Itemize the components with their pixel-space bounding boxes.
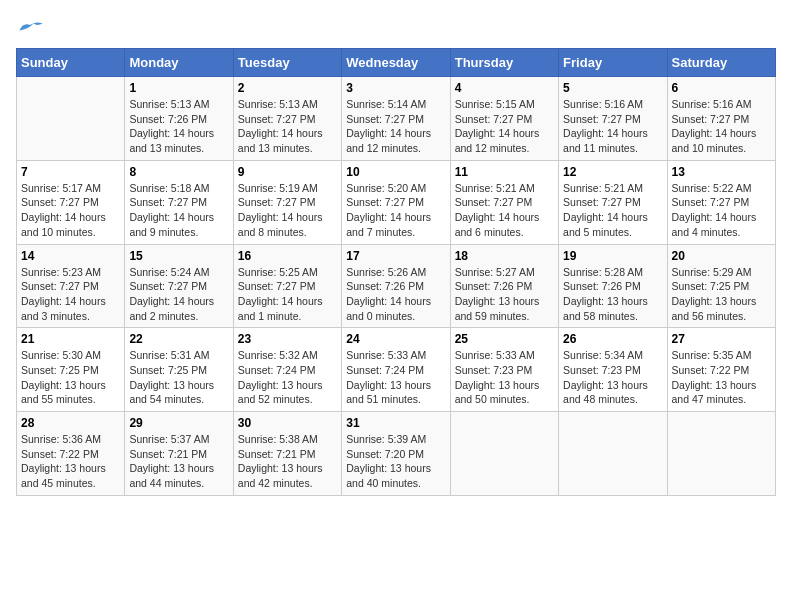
day-info: Sunrise: 5:26 AM Sunset: 7:26 PM Dayligh… [346, 265, 445, 324]
day-info: Sunrise: 5:24 AM Sunset: 7:27 PM Dayligh… [129, 265, 228, 324]
day-info: Sunrise: 5:27 AM Sunset: 7:26 PM Dayligh… [455, 265, 554, 324]
calendar-table: SundayMondayTuesdayWednesdayThursdayFrid… [16, 48, 776, 496]
day-number: 21 [21, 332, 120, 346]
week-row-3: 14Sunrise: 5:23 AM Sunset: 7:27 PM Dayli… [17, 244, 776, 328]
calendar-cell: 15Sunrise: 5:24 AM Sunset: 7:27 PM Dayli… [125, 244, 233, 328]
day-number: 2 [238, 81, 337, 95]
calendar-cell: 9Sunrise: 5:19 AM Sunset: 7:27 PM Daylig… [233, 160, 341, 244]
day-info: Sunrise: 5:18 AM Sunset: 7:27 PM Dayligh… [129, 181, 228, 240]
calendar-cell: 14Sunrise: 5:23 AM Sunset: 7:27 PM Dayli… [17, 244, 125, 328]
week-row-4: 21Sunrise: 5:30 AM Sunset: 7:25 PM Dayli… [17, 328, 776, 412]
day-number: 5 [563, 81, 662, 95]
calendar-cell: 12Sunrise: 5:21 AM Sunset: 7:27 PM Dayli… [559, 160, 667, 244]
day-number: 26 [563, 332, 662, 346]
day-number: 24 [346, 332, 445, 346]
day-info: Sunrise: 5:39 AM Sunset: 7:20 PM Dayligh… [346, 432, 445, 491]
day-number: 22 [129, 332, 228, 346]
day-info: Sunrise: 5:37 AM Sunset: 7:21 PM Dayligh… [129, 432, 228, 491]
column-header-thursday: Thursday [450, 49, 558, 77]
day-number: 16 [238, 249, 337, 263]
calendar-cell: 19Sunrise: 5:28 AM Sunset: 7:26 PM Dayli… [559, 244, 667, 328]
day-info: Sunrise: 5:34 AM Sunset: 7:23 PM Dayligh… [563, 348, 662, 407]
day-info: Sunrise: 5:38 AM Sunset: 7:21 PM Dayligh… [238, 432, 337, 491]
calendar-cell: 20Sunrise: 5:29 AM Sunset: 7:25 PM Dayli… [667, 244, 775, 328]
day-number: 8 [129, 165, 228, 179]
day-number: 23 [238, 332, 337, 346]
day-number: 10 [346, 165, 445, 179]
day-number: 4 [455, 81, 554, 95]
day-number: 14 [21, 249, 120, 263]
day-info: Sunrise: 5:31 AM Sunset: 7:25 PM Dayligh… [129, 348, 228, 407]
day-number: 1 [129, 81, 228, 95]
calendar-cell: 26Sunrise: 5:34 AM Sunset: 7:23 PM Dayli… [559, 328, 667, 412]
day-number: 29 [129, 416, 228, 430]
day-number: 11 [455, 165, 554, 179]
day-info: Sunrise: 5:32 AM Sunset: 7:24 PM Dayligh… [238, 348, 337, 407]
day-number: 13 [672, 165, 771, 179]
calendar-cell: 10Sunrise: 5:20 AM Sunset: 7:27 PM Dayli… [342, 160, 450, 244]
calendar-cell: 4Sunrise: 5:15 AM Sunset: 7:27 PM Daylig… [450, 77, 558, 161]
calendar-cell: 13Sunrise: 5:22 AM Sunset: 7:27 PM Dayli… [667, 160, 775, 244]
day-number: 20 [672, 249, 771, 263]
calendar-cell: 16Sunrise: 5:25 AM Sunset: 7:27 PM Dayli… [233, 244, 341, 328]
day-info: Sunrise: 5:20 AM Sunset: 7:27 PM Dayligh… [346, 181, 445, 240]
day-info: Sunrise: 5:13 AM Sunset: 7:26 PM Dayligh… [129, 97, 228, 156]
day-number: 15 [129, 249, 228, 263]
day-info: Sunrise: 5:15 AM Sunset: 7:27 PM Dayligh… [455, 97, 554, 156]
calendar-cell: 28Sunrise: 5:36 AM Sunset: 7:22 PM Dayli… [17, 412, 125, 496]
day-number: 6 [672, 81, 771, 95]
calendar-cell: 25Sunrise: 5:33 AM Sunset: 7:23 PM Dayli… [450, 328, 558, 412]
week-row-5: 28Sunrise: 5:36 AM Sunset: 7:22 PM Dayli… [17, 412, 776, 496]
calendar-cell: 17Sunrise: 5:26 AM Sunset: 7:26 PM Dayli… [342, 244, 450, 328]
calendar-cell: 27Sunrise: 5:35 AM Sunset: 7:22 PM Dayli… [667, 328, 775, 412]
column-header-saturday: Saturday [667, 49, 775, 77]
day-info: Sunrise: 5:17 AM Sunset: 7:27 PM Dayligh… [21, 181, 120, 240]
logo-bird-icon [16, 16, 44, 38]
calendar-cell: 22Sunrise: 5:31 AM Sunset: 7:25 PM Dayli… [125, 328, 233, 412]
column-header-monday: Monday [125, 49, 233, 77]
day-info: Sunrise: 5:19 AM Sunset: 7:27 PM Dayligh… [238, 181, 337, 240]
day-info: Sunrise: 5:13 AM Sunset: 7:27 PM Dayligh… [238, 97, 337, 156]
calendar-cell: 24Sunrise: 5:33 AM Sunset: 7:24 PM Dayli… [342, 328, 450, 412]
calendar-cell: 3Sunrise: 5:14 AM Sunset: 7:27 PM Daylig… [342, 77, 450, 161]
logo [16, 16, 48, 38]
day-info: Sunrise: 5:30 AM Sunset: 7:25 PM Dayligh… [21, 348, 120, 407]
calendar-cell: 5Sunrise: 5:16 AM Sunset: 7:27 PM Daylig… [559, 77, 667, 161]
calendar-cell: 6Sunrise: 5:16 AM Sunset: 7:27 PM Daylig… [667, 77, 775, 161]
day-number: 12 [563, 165, 662, 179]
day-info: Sunrise: 5:33 AM Sunset: 7:23 PM Dayligh… [455, 348, 554, 407]
calendar-cell: 7Sunrise: 5:17 AM Sunset: 7:27 PM Daylig… [17, 160, 125, 244]
calendar-cell [17, 77, 125, 161]
calendar-cell [450, 412, 558, 496]
day-number: 7 [21, 165, 120, 179]
calendar-cell: 31Sunrise: 5:39 AM Sunset: 7:20 PM Dayli… [342, 412, 450, 496]
day-number: 27 [672, 332, 771, 346]
day-info: Sunrise: 5:16 AM Sunset: 7:27 PM Dayligh… [563, 97, 662, 156]
calendar-body: 1Sunrise: 5:13 AM Sunset: 7:26 PM Daylig… [17, 77, 776, 496]
column-header-tuesday: Tuesday [233, 49, 341, 77]
calendar-cell: 2Sunrise: 5:13 AM Sunset: 7:27 PM Daylig… [233, 77, 341, 161]
column-header-sunday: Sunday [17, 49, 125, 77]
day-number: 28 [21, 416, 120, 430]
calendar-cell [559, 412, 667, 496]
page-header [16, 16, 776, 38]
day-info: Sunrise: 5:35 AM Sunset: 7:22 PM Dayligh… [672, 348, 771, 407]
calendar-cell [667, 412, 775, 496]
calendar-cell: 23Sunrise: 5:32 AM Sunset: 7:24 PM Dayli… [233, 328, 341, 412]
day-info: Sunrise: 5:28 AM Sunset: 7:26 PM Dayligh… [563, 265, 662, 324]
day-number: 25 [455, 332, 554, 346]
day-number: 30 [238, 416, 337, 430]
calendar-cell: 11Sunrise: 5:21 AM Sunset: 7:27 PM Dayli… [450, 160, 558, 244]
calendar-cell: 8Sunrise: 5:18 AM Sunset: 7:27 PM Daylig… [125, 160, 233, 244]
day-info: Sunrise: 5:29 AM Sunset: 7:25 PM Dayligh… [672, 265, 771, 324]
day-info: Sunrise: 5:23 AM Sunset: 7:27 PM Dayligh… [21, 265, 120, 324]
calendar-cell: 1Sunrise: 5:13 AM Sunset: 7:26 PM Daylig… [125, 77, 233, 161]
day-info: Sunrise: 5:33 AM Sunset: 7:24 PM Dayligh… [346, 348, 445, 407]
calendar-cell: 30Sunrise: 5:38 AM Sunset: 7:21 PM Dayli… [233, 412, 341, 496]
calendar-cell: 18Sunrise: 5:27 AM Sunset: 7:26 PM Dayli… [450, 244, 558, 328]
day-number: 17 [346, 249, 445, 263]
day-number: 18 [455, 249, 554, 263]
day-info: Sunrise: 5:25 AM Sunset: 7:27 PM Dayligh… [238, 265, 337, 324]
day-number: 9 [238, 165, 337, 179]
week-row-2: 7Sunrise: 5:17 AM Sunset: 7:27 PM Daylig… [17, 160, 776, 244]
